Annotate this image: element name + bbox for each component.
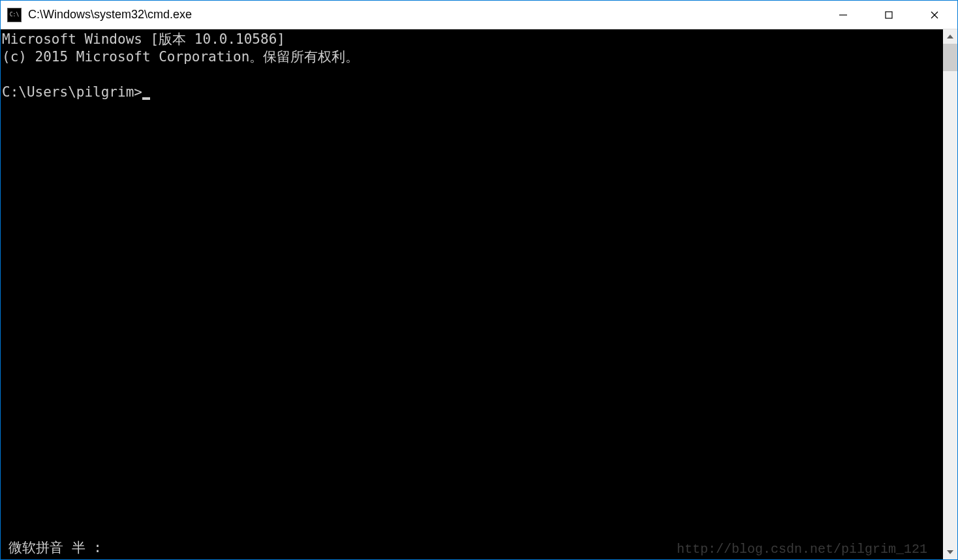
scroll-up-icon[interactable]: [943, 29, 957, 44]
terminal-line: Microsoft Windows [版本 10.0.10586]: [2, 31, 285, 47]
cmd-icon: C:\: [7, 8, 22, 22]
ime-status: 微软拼音 半 :: [1, 539, 102, 559]
terminal-line: (c) 2015 Microsoft Corporation。保留所有权利。: [2, 49, 359, 65]
minimize-button[interactable]: [820, 1, 866, 29]
scroll-thumb[interactable]: [943, 44, 957, 71]
titlebar[interactable]: C:\ C:\Windows\system32\cmd.exe: [1, 1, 957, 29]
scroll-track[interactable]: [943, 44, 957, 545]
window-title: C:\Windows\system32\cmd.exe: [28, 8, 820, 22]
maximize-button[interactable]: [866, 1, 912, 29]
watermark-text: http://blog.csdn.net/pilgrim_121: [677, 540, 927, 558]
terminal-prompt: C:\Users\pilgrim>: [2, 84, 142, 100]
scroll-down-icon[interactable]: [943, 545, 957, 559]
terminal-output[interactable]: Microsoft Windows [版本 10.0.10586] (c) 20…: [1, 29, 943, 559]
svg-rect-1: [886, 12, 892, 18]
close-button[interactable]: [912, 1, 957, 29]
window-controls: [820, 1, 957, 29]
vertical-scrollbar[interactable]: [943, 29, 957, 559]
cursor-icon: [142, 97, 150, 100]
terminal-container: Microsoft Windows [版本 10.0.10586] (c) 20…: [1, 29, 957, 559]
